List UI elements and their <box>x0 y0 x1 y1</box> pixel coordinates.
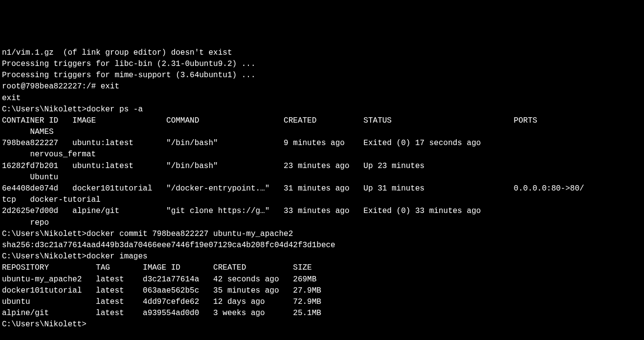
prompt-line-active[interactable]: C:\Users\Nikolett> <box>2 319 642 330</box>
docker-ps-row-cont: tcp docker-tutorial <box>2 194 642 206</box>
output-line: sha256:d3c21a77614aad449b3da70466eee7446… <box>2 240 642 251</box>
docker-ps-row: 6e4408de074d docker101tutorial "/docker-… <box>2 183 642 194</box>
prompt-line: C:\Users\Nikolett>docker images <box>2 251 642 262</box>
docker-images-row: ubuntu latest 4dd97cefde62 12 days ago 7… <box>2 297 642 308</box>
output-line: n1/vim.1.gz (of link group editor) doesn… <box>2 47 642 59</box>
docker-ps-row-cont: Ubuntu <box>2 172 642 183</box>
prompt-line: C:\Users\Nikolett>docker ps -a <box>2 104 642 115</box>
docker-images-row: alpine/git latest a939554ad0d0 3 weeks a… <box>2 308 642 319</box>
output-line: Processing triggers for libc-bin (2.31-0… <box>2 59 642 70</box>
terminal-window[interactable]: n1/vim.1.gz (of link group editor) doesn… <box>2 47 642 331</box>
docker-ps-row-cont: repo <box>2 217 642 229</box>
output-line: exit <box>2 93 642 104</box>
docker-ps-header: CONTAINER ID IMAGE COMMAND CREATED STATU… <box>2 115 642 127</box>
output-line: Processing triggers for mime-support (3.… <box>2 70 642 81</box>
docker-ps-row: 798bea822227 ubuntu:latest "/bin/bash" 9… <box>2 138 642 149</box>
prompt-line: C:\Users\Nikolett>docker commit 798bea82… <box>2 229 642 240</box>
docker-ps-row: 16282fd7b201 ubuntu:latest "/bin/bash" 2… <box>2 161 642 172</box>
docker-images-row: docker101tutorial latest 063aae562b5c 35… <box>2 285 642 297</box>
docker-ps-row-cont: nervous_fermat <box>2 149 642 160</box>
prompt-line: root@798bea822227:/# exit <box>2 81 642 92</box>
docker-images-header: REPOSITORY TAG IMAGE ID CREATED SIZE <box>2 262 642 274</box>
docker-ps-header-cont: NAMES <box>2 127 642 138</box>
docker-images-row: ubuntu-my_apache2 latest d3c21a77614a 42… <box>2 274 642 285</box>
docker-ps-row: 2d2625e7d00d alpine/git "git clone https… <box>2 206 642 217</box>
